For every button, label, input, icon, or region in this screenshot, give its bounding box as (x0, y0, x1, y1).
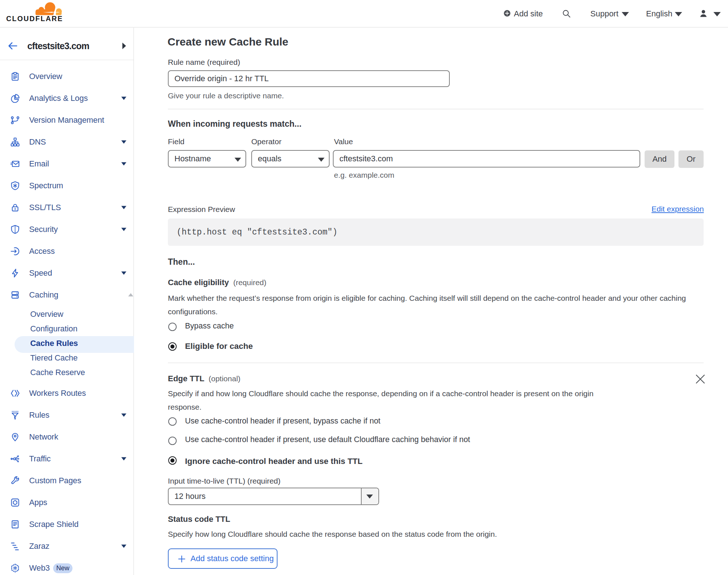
svg-text:CLOUDFLARE: CLOUDFLARE (6, 15, 63, 23)
